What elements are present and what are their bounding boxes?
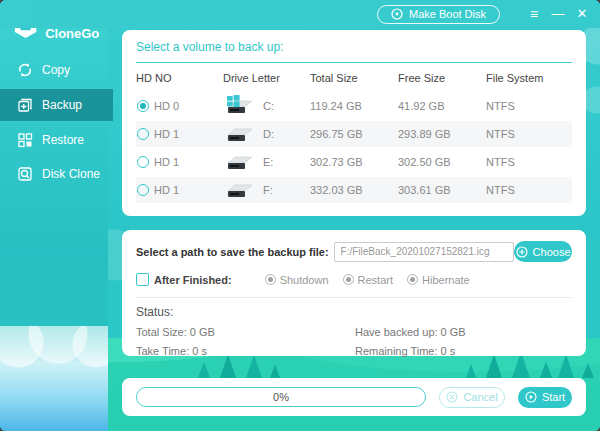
tree-silhouette [270, 364, 280, 378]
path-row: Select a path to save the backup file: C… [136, 241, 572, 262]
close-icon[interactable]: ✕ [570, 0, 594, 28]
backup-icon [17, 97, 33, 113]
radio-icon [265, 274, 276, 285]
backup-path-input[interactable] [334, 242, 515, 262]
volume-radio-selected[interactable] [137, 100, 149, 112]
sidebar-menu: Copy Backup Restore [0, 55, 108, 189]
sidebar-item-label: Restore [42, 133, 84, 147]
start-button[interactable]: Start [518, 387, 572, 408]
option-label: Hibernate [422, 274, 470, 286]
progress-text: 0% [273, 391, 289, 403]
option-hibernate[interactable]: Hibernate [407, 274, 470, 286]
col-file-system: File System [486, 72, 572, 84]
tree-silhouette [486, 354, 502, 378]
choose-label: Choose [533, 246, 571, 258]
tree-silhouette [558, 354, 574, 378]
path-label: Select a path to save the backup file: [136, 246, 329, 258]
cancel-label: Cancel [463, 391, 497, 403]
tree-silhouette [220, 354, 236, 378]
file-system: NTFS [486, 128, 572, 140]
status-grid: Total Size: 0 GB Have backed up: 0 GB Ta… [136, 326, 572, 357]
status-title: Status: [136, 305, 572, 319]
plus-circle-icon [516, 246, 528, 258]
drive-icon [227, 181, 253, 199]
drive-icon [227, 153, 253, 171]
free-size: 303.61 GB [398, 184, 486, 196]
tree-silhouette [466, 364, 476, 378]
app-window: Make Boot Disk ≡ — ✕ iSunshare CloneGo [0, 0, 600, 431]
choose-button[interactable]: Choose [514, 241, 572, 262]
hd-no: HD 1 [154, 156, 179, 168]
col-free-size: Free Size [398, 72, 486, 84]
start-label: Start [542, 391, 565, 403]
tree-silhouette [198, 362, 210, 378]
sidebar-item-copy[interactable]: Copy [0, 55, 108, 85]
divider [136, 297, 572, 298]
copy-icon [17, 62, 33, 78]
radio-icon [407, 274, 418, 285]
free-size: 302.50 GB [398, 156, 486, 168]
total-size: 119.24 GB [310, 100, 398, 112]
status-take-time: Take Time: 0 s [136, 345, 355, 357]
drive-letter: E: [263, 156, 273, 168]
make-boot-disk-label: Make Boot Disk [409, 8, 486, 20]
restore-icon [17, 132, 33, 148]
tree-silhouette [246, 355, 262, 378]
hd-no: HD 1 [154, 184, 179, 196]
col-hd-no: HD NO [136, 72, 223, 84]
status-backed-up: Have backed up: 0 GB [355, 326, 572, 338]
col-total-size: Total Size [310, 72, 398, 84]
hd-no: HD 1 [154, 128, 179, 140]
windows-logo-icon [227, 95, 240, 107]
table-header: HD NO Drive Letter Total Size Free Size … [136, 63, 572, 93]
volume-radio[interactable] [137, 128, 149, 140]
table-row[interactable]: HD 0 C: 119. [136, 93, 572, 119]
title-bar: Make Boot Disk ≡ — ✕ [0, 0, 600, 28]
backup-settings-card: Select a path to save the backup file: C… [122, 230, 586, 356]
table-row[interactable]: HD 1 D: 296.75 GB 293.89 GB NTFS [136, 121, 572, 147]
menu-icon[interactable]: ≡ [522, 0, 546, 28]
sidebar-item-disk-clone[interactable]: Disk Clone [0, 159, 108, 189]
free-size: 41.92 GB [398, 100, 486, 112]
drive-icon [227, 125, 253, 143]
play-circle-icon [525, 391, 537, 403]
sidebar-item-label: Backup [42, 98, 82, 112]
tree-silhouette [582, 363, 594, 378]
sidebar-item-label: Copy [42, 63, 70, 77]
sidebar: iSunshare CloneGo Copy Ba [0, 0, 108, 431]
status-remaining-time: Remaining Time: 0 s [355, 345, 572, 357]
volume-radio[interactable] [137, 184, 149, 196]
hd-no: HD 0 [154, 100, 179, 112]
after-finished-label: After Finished: [154, 274, 232, 286]
status-total-size: Total Size: 0 GB [136, 326, 355, 338]
sidebar-item-restore[interactable]: Restore [0, 125, 108, 155]
col-drive-letter: Drive Letter [223, 72, 310, 84]
total-size: 332.03 GB [310, 184, 398, 196]
tree-silhouette [540, 362, 552, 378]
cancel-circle-icon [446, 391, 458, 403]
after-finished-checkbox[interactable] [136, 273, 149, 286]
file-system: NTFS [486, 184, 572, 196]
minimize-icon[interactable]: — [546, 0, 570, 28]
action-bar: 0% Cancel Start [122, 378, 586, 416]
option-label: Shutdown [280, 274, 329, 286]
drive-letter: C: [263, 100, 274, 112]
after-finished-row: After Finished: Shutdown Restart Hiberna… [136, 273, 572, 286]
file-system: NTFS [486, 156, 572, 168]
total-size: 296.75 GB [310, 128, 398, 140]
sidebar-item-backup[interactable]: Backup [0, 89, 113, 121]
table-row[interactable]: HD 1 E: 302.73 GB 302.50 GB NTFS [136, 149, 572, 175]
table-row[interactable]: HD 1 F: 332.03 GB 303.61 GB NTFS [136, 177, 572, 203]
volume-radio[interactable] [137, 156, 149, 168]
disk-clone-icon [17, 166, 33, 182]
make-boot-disk-button[interactable]: Make Boot Disk [377, 5, 500, 24]
cancel-button[interactable]: Cancel [439, 387, 505, 408]
option-label: Restart [358, 274, 393, 286]
sidebar-item-label: Disk Clone [42, 167, 100, 181]
drive-letter: D: [263, 128, 274, 140]
total-size: 302.73 GB [310, 156, 398, 168]
boot-disk-icon [391, 8, 403, 20]
option-restart[interactable]: Restart [343, 274, 393, 286]
option-shutdown[interactable]: Shutdown [265, 274, 329, 286]
volume-card: Select a volume to back up: HD NO Drive … [122, 30, 586, 216]
